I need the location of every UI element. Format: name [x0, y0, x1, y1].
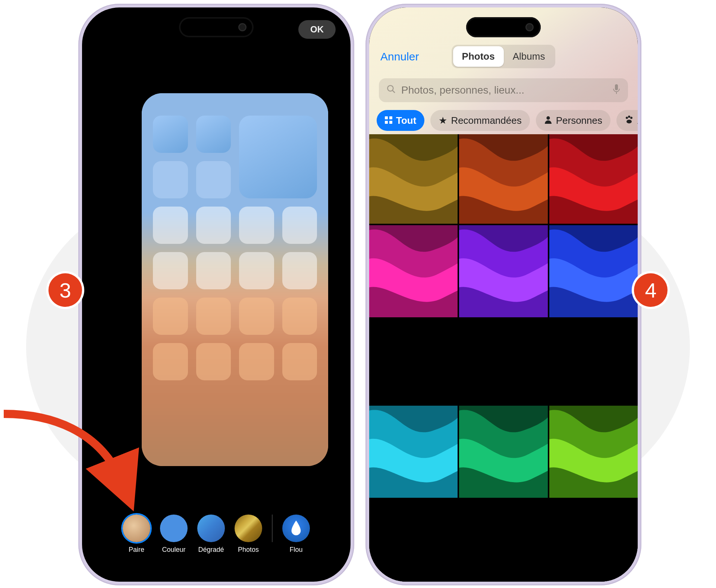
- photo-thumbnail[interactable]: [369, 225, 458, 404]
- svg-rect-4: [385, 116, 388, 119]
- chip-all-label: Tout: [396, 115, 416, 126]
- photo-thumbnail[interactable]: [369, 406, 458, 582]
- phone-screen-picker: Annuler Photos Albums Photos, personnes,…: [369, 7, 638, 582]
- step-badge-4: 4: [634, 273, 668, 307]
- widget: [239, 116, 317, 198]
- photo-grid: [369, 134, 638, 582]
- microphone-icon[interactable]: [612, 84, 621, 97]
- photos-icon: [235, 515, 262, 542]
- photo-thumbnail[interactable]: [549, 134, 638, 224]
- svg-point-10: [628, 116, 630, 118]
- app-icon: [196, 343, 231, 380]
- toolbar-flou[interactable]: Flou: [282, 515, 310, 554]
- app-icon: [153, 252, 188, 289]
- search-input[interactable]: Photos, personnes, lieux...: [379, 78, 628, 102]
- filter-chips: Tout ★ Recommandées Personnes A: [377, 110, 638, 132]
- home-icon-grid: [153, 116, 317, 380]
- photo-thumbnail[interactable]: [549, 406, 638, 582]
- app-icon: [196, 252, 231, 289]
- chip-recommended-label: Recommandées: [451, 115, 521, 126]
- svg-rect-2: [615, 84, 618, 90]
- app-icon: [153, 298, 188, 335]
- toolbar-couleur-label: Couleur: [162, 546, 185, 554]
- picker-segmented: Photos Albums: [369, 45, 638, 68]
- toolbar-separator: [272, 515, 273, 542]
- svg-point-12: [626, 120, 632, 123]
- toolbar-photos[interactable]: Photos: [235, 515, 262, 554]
- svg-point-0: [387, 85, 393, 91]
- svg-point-11: [630, 117, 632, 119]
- toolbar-degrade-label: Dégradé: [198, 546, 224, 554]
- chip-recommended[interactable]: ★ Recommandées: [430, 110, 530, 131]
- toolbar-flou-label: Flou: [289, 546, 302, 554]
- app-icon: [153, 343, 188, 380]
- toolbar-degrade[interactable]: Dégradé: [197, 515, 225, 554]
- app-icon: [239, 207, 274, 244]
- app-icon: [282, 298, 317, 335]
- search-placeholder: Photos, personnes, lieux...: [401, 84, 612, 96]
- search-icon: [386, 84, 396, 97]
- app-icon: [239, 343, 274, 380]
- app-icon: [196, 207, 231, 244]
- app-icon: [239, 252, 274, 289]
- chip-people-label: Personnes: [556, 115, 602, 126]
- dynamic-island: [466, 17, 541, 37]
- photo-thumbnail[interactable]: [459, 406, 547, 582]
- chip-animals[interactable]: A: [616, 110, 638, 131]
- phone-mockup-left: OK: [78, 4, 354, 585]
- photo-thumbnail[interactable]: [459, 134, 547, 224]
- app-icon: [239, 298, 274, 335]
- photo-thumbnail[interactable]: [459, 225, 547, 404]
- chip-animals-label: A: [637, 115, 638, 126]
- segment-photos[interactable]: Photos: [453, 46, 504, 67]
- ok-button[interactable]: OK: [298, 20, 336, 39]
- degrade-icon: [197, 515, 225, 542]
- photo-thumbnail[interactable]: [549, 225, 638, 404]
- star-icon: ★: [439, 115, 447, 126]
- svg-line-1: [392, 90, 395, 93]
- couleur-icon: [160, 515, 188, 542]
- chip-people[interactable]: Personnes: [536, 110, 610, 131]
- app-icon: [282, 252, 317, 289]
- wallpaper-toolbar: Paire Couleur Dégradé Photos Flou: [82, 515, 351, 563]
- app-icon: [196, 116, 231, 153]
- app-icon: [196, 298, 231, 335]
- svg-rect-6: [385, 121, 388, 124]
- step-badge-3: 3: [48, 273, 82, 307]
- phone-mockup-right: Annuler Photos Albums Photos, personnes,…: [365, 4, 641, 585]
- svg-rect-7: [389, 121, 392, 124]
- flou-icon: [282, 515, 310, 542]
- segment-albums[interactable]: Albums: [504, 46, 554, 67]
- svg-rect-5: [389, 116, 392, 119]
- app-icon: [153, 207, 188, 244]
- toolbar-paire-label: Paire: [129, 546, 144, 554]
- paire-icon: [123, 515, 150, 542]
- app-icon: [196, 161, 231, 198]
- toolbar-couleur[interactable]: Couleur: [160, 515, 188, 554]
- app-icon: [153, 161, 188, 198]
- app-icon: [282, 207, 317, 244]
- paw-icon: [625, 115, 634, 126]
- phone-screen-editor: OK: [82, 7, 351, 582]
- svg-point-9: [626, 117, 628, 119]
- app-icon: [153, 116, 188, 153]
- chip-all[interactable]: Tout: [377, 110, 424, 131]
- svg-point-8: [546, 116, 550, 119]
- app-icon: [282, 343, 317, 380]
- photo-picker: Annuler Photos Albums Photos, personnes,…: [369, 7, 638, 582]
- photo-thumbnail[interactable]: [369, 134, 458, 224]
- toolbar-paire[interactable]: Paire: [123, 515, 150, 554]
- dynamic-island: [179, 17, 254, 37]
- grid-icon: [385, 115, 392, 126]
- wallpaper-preview[interactable]: [142, 93, 328, 466]
- person-icon: [544, 115, 552, 126]
- toolbar-photos-label: Photos: [238, 546, 259, 554]
